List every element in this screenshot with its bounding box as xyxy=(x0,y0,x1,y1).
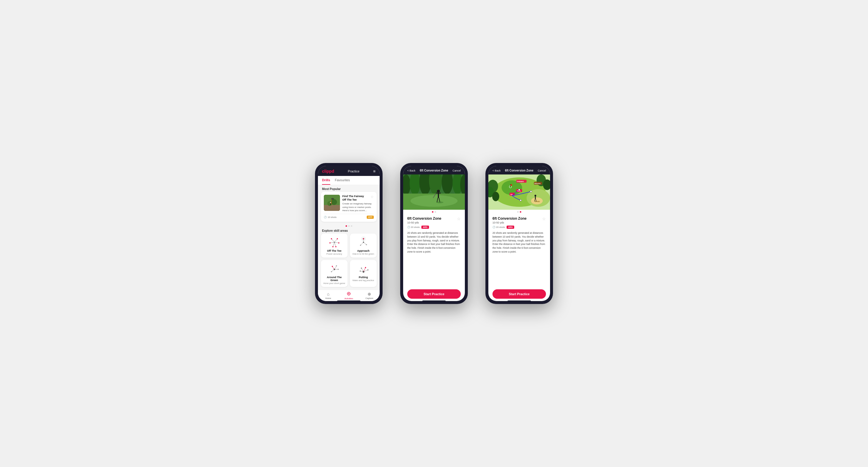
skill-name-putting: Putting xyxy=(359,276,368,279)
skill-around-the-green[interactable]: Around The Green Hone your short game xyxy=(321,260,348,287)
featured-drill-card[interactable]: Find The Fairway Off The Tee ☆ Create an… xyxy=(321,192,377,222)
shots-info: 🕐 20 shots xyxy=(407,226,420,229)
skill-desc-approach: Dial-in to hit the green xyxy=(352,253,374,255)
tab-favourites[interactable]: Favourites xyxy=(335,176,350,185)
phone-2-notch xyxy=(422,300,446,302)
phone-3-screen: < Back 6ft Conversion Zone Cancel xyxy=(488,166,550,301)
drill-yards-3: 10-50 yds xyxy=(493,221,527,224)
phone-2-header: < Back 6ft Conversion Zone Cancel xyxy=(403,166,465,174)
svg-point-16 xyxy=(337,238,338,239)
svg-line-10 xyxy=(334,239,337,242)
nav-activities[interactable]: Activities xyxy=(339,292,359,300)
nav-capture-label: Capture xyxy=(366,297,373,300)
drill-card-footer: 🕐 10 shots OTT xyxy=(324,214,374,219)
svg-point-67 xyxy=(436,201,443,203)
svg-point-20 xyxy=(335,246,336,247)
skill-approach[interactable]: Approach Dial-in to hit the green xyxy=(350,234,377,258)
svg-point-29 xyxy=(366,244,367,245)
svg-text:Hit: Hit xyxy=(510,194,513,195)
back-button[interactable]: < Back xyxy=(407,169,415,172)
svg-line-9 xyxy=(332,239,334,242)
svg-point-18 xyxy=(338,242,339,243)
drill-title-block-3: 6ft Conversion Zone 10-50 yds xyxy=(493,216,527,224)
tabs-bar: Drills Favourites xyxy=(318,176,380,185)
svg-point-87 xyxy=(518,189,520,191)
skill-desc-atg: Hone your short game xyxy=(323,282,345,285)
drill-description-text-3: 20 shots are randomly generated at dista… xyxy=(493,231,546,254)
cancel-button[interactable]: Cancel xyxy=(453,169,461,172)
dot-1 xyxy=(432,211,433,213)
svg-line-25 xyxy=(361,242,364,245)
around-the-green-icon xyxy=(327,263,342,275)
drill-meta: 🕐 20 shots ARG xyxy=(407,226,461,229)
phone-1-header: clippd Practice ≡ xyxy=(318,166,380,176)
hero-image-photo xyxy=(403,174,465,210)
svg-point-3 xyxy=(331,199,337,205)
svg-line-14 xyxy=(334,242,336,247)
skill-off-the-tee[interactable]: Off The Tee Power accuracy xyxy=(321,234,348,258)
explore-title: Explore skill areas xyxy=(318,228,380,234)
drill-meta-3: 🕐 20 shots ARG xyxy=(493,226,546,229)
svg-point-5 xyxy=(331,198,334,200)
drill-title: Find The Fairway xyxy=(342,195,364,198)
svg-point-19 xyxy=(332,246,334,247)
start-practice-button[interactable]: Start Practice xyxy=(407,289,461,299)
nav-capture[interactable]: ⊕ Capture xyxy=(359,292,380,300)
svg-line-11 xyxy=(330,242,334,243)
phone-2-title: 6ft Conversion Zone xyxy=(420,169,448,172)
cancel-button-3[interactable]: Cancel xyxy=(538,169,546,172)
drill-subtitle: Off The Tee xyxy=(342,198,364,202)
capture-icon: ⊕ xyxy=(368,292,371,296)
tab-drills[interactable]: Drills xyxy=(322,176,330,185)
phone-1: clippd Practice ≡ Drills Favourites Most… xyxy=(315,163,382,304)
svg-point-88 xyxy=(530,191,532,192)
svg-point-90 xyxy=(534,195,536,197)
favourite-icon[interactable]: ☆ xyxy=(457,216,461,221)
svg-text:FAIRWAY: FAIRWAY xyxy=(517,180,524,182)
carousel-dots xyxy=(318,224,380,228)
drill-description: Create an imaginary fairway using trees … xyxy=(342,202,374,212)
svg-point-28 xyxy=(360,245,361,246)
phone-1-notch xyxy=(337,300,361,302)
phone-2-screen: < Back 6ft Conversion Zone Cancel xyxy=(403,166,465,301)
skill-desc-putting: Make and lag practice xyxy=(352,279,374,282)
skill-name-approach: Approach xyxy=(357,249,369,252)
start-practice-button-3[interactable]: Start Practice xyxy=(493,289,546,299)
svg-rect-63 xyxy=(436,193,441,194)
image-dots-3 xyxy=(488,210,550,213)
approach-icon xyxy=(356,236,371,248)
skills-grid: Off The Tee Power accuracy xyxy=(318,234,380,289)
drill-detail-header-3: 6ft Conversion Zone 10-50 yds ☆ xyxy=(493,216,546,224)
svg-rect-91 xyxy=(535,197,536,199)
svg-text:ROUGH: ROUGH xyxy=(534,183,541,185)
hero-image-map: SAND FAIRWAY ROUGH Hit xyxy=(488,174,550,210)
drill-description-text: 20 shots are randomly generated at dista… xyxy=(407,231,461,254)
dot-2 xyxy=(348,225,350,227)
phone-3-title: 6ft Conversion Zone xyxy=(505,169,534,172)
skill-name-ott: Off The Tee xyxy=(327,249,341,252)
off-the-tee-icon xyxy=(327,236,342,248)
nav-home[interactable]: ⌂ Home xyxy=(318,292,339,300)
dot-1 xyxy=(346,225,347,227)
menu-icon[interactable]: ≡ xyxy=(373,169,375,174)
activities-icon xyxy=(347,292,351,297)
dot-1-3 xyxy=(517,211,519,213)
phone-3-header: < Back 6ft Conversion Zone Cancel xyxy=(488,166,550,174)
svg-line-40 xyxy=(362,268,364,272)
phones-container: clippd Practice ≡ Drills Favourites Most… xyxy=(315,163,553,304)
bottom-nav: ⌂ Home Activities xyxy=(318,290,380,301)
skill-putting[interactable]: Putting Make and lag practice xyxy=(350,260,377,287)
skill-name-atg: Around The Green xyxy=(323,276,345,282)
phone-3: < Back 6ft Conversion Zone Cancel xyxy=(486,163,553,304)
svg-point-27 xyxy=(363,238,364,239)
putting-icon xyxy=(356,263,371,275)
favourite-icon-3[interactable]: ☆ xyxy=(542,216,546,221)
drill-detail-content: 6ft Conversion Zone 10-50 yds ☆ 🕐 20 sho… xyxy=(403,213,465,287)
drill-yards: 10-50 yds xyxy=(407,221,441,224)
back-button-3[interactable]: < Back xyxy=(493,169,501,172)
drills-content: Most Popular xyxy=(318,185,380,290)
dot-2-3 xyxy=(520,211,521,213)
svg-point-76 xyxy=(492,192,499,201)
favourite-icon[interactable]: ☆ xyxy=(371,195,374,201)
svg-point-89 xyxy=(520,199,522,201)
